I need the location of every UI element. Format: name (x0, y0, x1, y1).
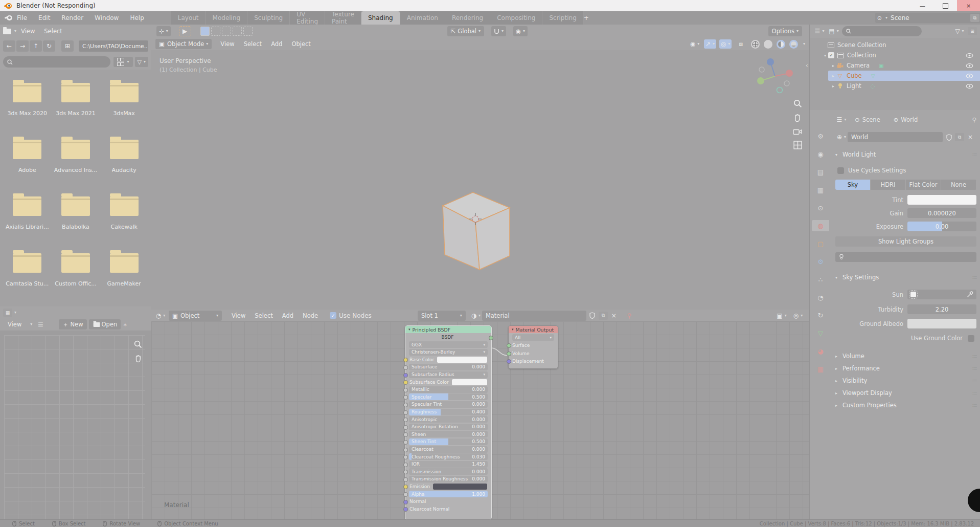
collapsed-section-header[interactable]: ▸ Viewport Display :::: (835, 387, 976, 399)
menu-item[interactable]: Object (287, 40, 315, 48)
color-swatch[interactable] (433, 484, 487, 490)
folder-item[interactable]: 3dsMax (100, 77, 148, 134)
properties-filter-dropdown[interactable]: ☰▾ (835, 115, 848, 124)
mode-dropdown[interactable]: ▣ Object Mode▾ (155, 39, 212, 49)
image-browse-icon[interactable]: ☰ (34, 320, 47, 329)
node-param-row[interactable]: Metallic 0.000 ▾ (409, 386, 488, 393)
properties-tab[interactable]: ↻ (812, 310, 829, 321)
shading-wireframe-button[interactable] (751, 40, 760, 49)
node-input-row[interactable]: Volume (512, 350, 554, 357)
zoom-icon[interactable] (793, 99, 802, 108)
node-param-row[interactable]: GGX ▾ (409, 341, 488, 348)
node-param-row[interactable]: Transmission 0.000 ▾ (409, 468, 488, 475)
proportional-editing-toggle[interactable]: ◉▾ (513, 26, 528, 36)
drag-dots-icon[interactable]: :::: (972, 366, 976, 371)
eye-visibility-icon[interactable] (966, 53, 973, 58)
node-param-row[interactable]: Transmission Roughness 0.000 ▾ (409, 476, 488, 482)
input-socket[interactable] (403, 448, 408, 452)
drag-dots-icon[interactable]: :::: (972, 152, 976, 157)
properties-tab[interactable]: ◔ (812, 292, 829, 303)
properties-tab[interactable]: ⚙ (812, 256, 829, 267)
grid-toggle-icon[interactable] (793, 141, 802, 149)
filter-button[interactable]: ▽▾ (135, 57, 148, 67)
eyedropper-icon[interactable] (967, 291, 973, 298)
use-cycles-checkbox[interactable] (837, 167, 844, 174)
gizmo-neg-y-axis[interactable] (759, 67, 764, 72)
node-param-row[interactable]: Anisotropic 0.000 ▾ (409, 416, 488, 423)
pan-hand-icon[interactable] (134, 355, 142, 363)
expand-arrow-icon[interactable]: ▾ (822, 53, 828, 58)
workspace-tab[interactable]: Modeling (206, 11, 248, 25)
material-slot-dropdown[interactable]: Slot 1▾ (418, 311, 466, 321)
back-button[interactable]: ← (3, 40, 15, 52)
forward-button[interactable]: → (16, 40, 29, 52)
shading-solid-button[interactable] (764, 40, 772, 49)
menu-item[interactable]: Select (39, 28, 66, 35)
folder-item[interactable]: Balabolka (52, 190, 100, 247)
tint-color-swatch[interactable] (907, 195, 976, 205)
input-socket[interactable] (507, 352, 511, 356)
drag-dots-icon[interactable]: :::: (972, 403, 976, 408)
gain-value-field[interactable]: 0.000020 (907, 208, 976, 218)
input-socket[interactable] (403, 418, 408, 422)
turbidity-value-field[interactable]: 2.20 (907, 304, 976, 314)
node-param-row[interactable]: Emission ▾ (409, 483, 488, 490)
node-material-output[interactable]: ▾ Material Output All▾ Surface Volume (508, 325, 558, 369)
properties-tab[interactable]: ▤ (812, 166, 829, 178)
world-light-section-header[interactable]: ▾ World Light :::: (835, 148, 976, 161)
workspace-tab[interactable]: Texture Paint (325, 11, 361, 25)
navigation-gizmo[interactable] (755, 54, 795, 97)
menu-item[interactable]: View (216, 40, 239, 48)
transform-orientation-dropdown[interactable]: ⇱ Global▾ (447, 26, 484, 36)
pin-icon[interactable]: ⚲ (623, 311, 635, 320)
show-light-groups-button[interactable]: Show Light Groups (835, 236, 976, 247)
new-scene-icon[interactable]: ⧉ (970, 14, 979, 22)
add-workspace-button[interactable]: + (584, 14, 589, 21)
input-socket[interactable] (403, 492, 408, 497)
image-editor-canvas[interactable] (4, 335, 145, 519)
input-socket[interactable] (403, 395, 408, 400)
color-swatch[interactable] (437, 357, 487, 363)
drag-dots-icon[interactable]: :::: (972, 354, 976, 359)
folder-item[interactable]: 3ds Max 2020 (3, 77, 52, 134)
gizmo-y-axis[interactable] (757, 77, 764, 84)
node-param-row[interactable]: Subsurface 0.000 ▾ (409, 364, 488, 370)
unlink-world-icon[interactable]: × (964, 133, 976, 142)
properties-tab[interactable]: ◉ (812, 148, 829, 160)
node-param-row[interactable]: Subsurface Radius ▾ (409, 371, 488, 378)
color-swatch[interactable] (452, 379, 487, 385)
collapsed-section-header[interactable]: ▸ Visibility :::: (835, 375, 976, 387)
input-socket[interactable] (403, 507, 408, 512)
input-socket[interactable] (403, 365, 408, 370)
menu-item[interactable]: View (16, 28, 39, 35)
shader-editor-canvas[interactable]: ▾ Principled BSDF BSDF ▾ (151, 321, 809, 519)
create-directory-button[interactable]: ⊞ (61, 40, 74, 52)
properties-tab[interactable]: ▽ (812, 327, 829, 339)
node-param-row[interactable]: BSDF ▾ (409, 334, 488, 341)
folder-item[interactable]: Audacity (100, 134, 148, 190)
workspace-tab[interactable]: Animation (400, 11, 445, 25)
node-param-row[interactable]: Roughness 0.400 ▾ (409, 409, 488, 415)
active-tool-dropdown[interactable]: ⊹▾ (156, 26, 171, 36)
node-param-row[interactable]: Christensen-Burley ▾ (409, 349, 488, 356)
light-group-field[interactable] (835, 252, 976, 262)
overlays-dropdown[interactable]: ◎▾ (719, 39, 732, 49)
select-mode-new-button[interactable] (200, 27, 210, 36)
menu-item[interactable]: Node (298, 312, 323, 319)
browse-material-icon[interactable]: ◑▾ (470, 311, 482, 320)
output-socket[interactable] (489, 336, 493, 340)
fake-user-shield-icon[interactable] (586, 311, 599, 320)
input-socket[interactable] (403, 470, 408, 474)
properties-tab[interactable]: ▦ (812, 363, 829, 375)
editor-type-icon[interactable] (3, 29, 11, 34)
collapse-triangle-icon[interactable]: ▾ (408, 327, 411, 332)
display-mode-dropdown[interactable]: ☰▾ (813, 27, 826, 36)
scene-selector[interactable]: ⊙ ▾ Scene ⧉ × (875, 13, 980, 23)
new-collection-icon[interactable]: ⊞ (968, 27, 977, 35)
node-header[interactable]: ▾ Principled BSDF (405, 326, 491, 333)
collapsed-section-header[interactable]: ▸ Custom Properties :::: (835, 399, 976, 411)
view-menu[interactable]: View (3, 321, 26, 328)
xray-toggle[interactable]: ⧈ (735, 39, 747, 49)
editor-type-icon[interactable]: ▦ (3, 309, 12, 317)
collapsed-section-header[interactable]: ▸ Performance :::: (835, 362, 976, 375)
